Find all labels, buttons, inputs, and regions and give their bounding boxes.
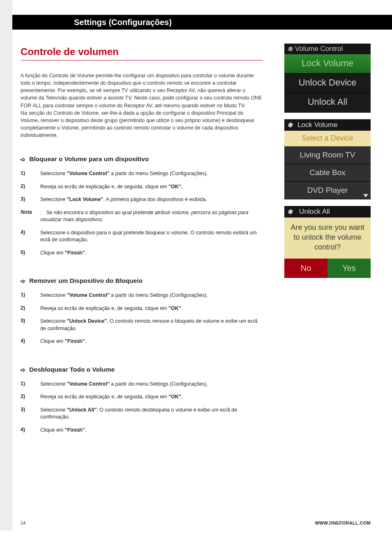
step-row: 1) Seleccione "Volume Control" a partir …: [21, 381, 263, 388]
arrow-right-icon: ➪: [21, 156, 26, 163]
step-text: Seleccione "Unlock All". O controlo remo…: [40, 407, 263, 421]
gear-icon: [288, 209, 293, 215]
step-number: 1): [21, 381, 40, 388]
confirm-button-row: No Yes: [284, 259, 371, 278]
arrow-right-icon: ➪: [21, 278, 26, 285]
menu-item-unlock-all[interactable]: Unlock All: [284, 93, 371, 112]
step-number: 4): [21, 338, 40, 345]
step-number: 2): [21, 393, 40, 401]
screenshot-lock-volume: Lock Volume Select a Device Living Room …: [284, 119, 371, 199]
step-text: Reveja os ecrãs de explicação e, de segu…: [40, 393, 263, 401]
step-number: 2): [21, 305, 40, 312]
device-item-cable-box[interactable]: Cable Box: [284, 164, 371, 182]
step-row: 1) Seleccione "Volume Control" a partir …: [21, 292, 263, 299]
page-title: Settings (Configurações): [74, 18, 172, 27]
step-number: 3): [21, 407, 40, 421]
note-text: : Se não encontra o dispositivo ao qual …: [40, 209, 263, 224]
arrow-right-icon: ➪: [21, 366, 26, 374]
screen-title: Lock Volume: [297, 121, 337, 129]
subsection-heading: ➪ Desbloquear Todo o Volume: [21, 366, 263, 373]
step-text: Reveja os ecrãs de explicação e, de segu…: [40, 183, 263, 191]
subsection-unlock-all: ➪ Desbloquear Todo o Volume 1) Seleccion…: [21, 366, 263, 434]
subsection-title: Bloquear o Volume para um dispositivo: [29, 155, 149, 162]
step-row: 2) Reveja os ecrãs de explicação e, de s…: [21, 393, 263, 401]
subsection-heading: ➪ Remover um Dispositivo do Bloqueio: [21, 277, 263, 284]
footer-url: WWW.ONEFORALL.COM: [315, 520, 371, 525]
screen-header: Unlock All: [284, 206, 371, 217]
confirm-text: Are you sure you want to unlock the volu…: [284, 217, 371, 259]
page-header-bar: Settings (Configurações): [12, 15, 392, 30]
note-label: Nota: [21, 209, 40, 224]
screenshot-volume-control: Volume Control Lock Volume Unlock Device…: [284, 44, 371, 113]
left-margin-strip: [0, 0, 12, 530]
step-text: Seleccione "Unlock Device". O controlo r…: [40, 318, 263, 332]
note-row: Nota : Se não encontra o dispositivo ao …: [21, 209, 263, 224]
step-number: 1): [21, 170, 40, 178]
screenshot-unlock-all: Unlock All Are you sure you want to unlo…: [284, 206, 371, 278]
yes-button[interactable]: Yes: [327, 259, 371, 278]
subsection-title: Desbloquear Todo o Volume: [29, 366, 115, 373]
step-row: 5) Clique em "Finish".: [21, 250, 263, 257]
subsection-heading: ➪ Bloquear o Volume para um dispositivo: [21, 155, 263, 163]
right-column-screenshots: Volume Control Lock Volume Unlock Device…: [284, 44, 371, 284]
step-number: 4): [21, 229, 40, 244]
step-number: 5): [21, 250, 40, 257]
subsection-lock-volume: ➪ Bloquear o Volume para um dispositivo …: [21, 155, 263, 257]
select-device-header: Select a Device: [284, 131, 371, 146]
step-row: 3) Seleccione "Unlock Device". O control…: [21, 318, 263, 332]
menu-item-lock-volume[interactable]: Lock Volume: [284, 54, 371, 74]
gear-icon: [288, 46, 293, 52]
step-row: 1) Seleccione "Volume Control" a partir …: [21, 170, 263, 178]
page-number: 14: [21, 520, 25, 525]
step-row: 3) Seleccione "Unlock All". O controlo r…: [21, 407, 263, 421]
step-text: Seleccione "Volume Control" a partir do …: [40, 170, 263, 178]
step-number: 3): [21, 196, 40, 204]
device-item-dvd-player[interactable]: DVD Player: [284, 182, 371, 199]
step-text: Seleccione "Volume Control" a partir do …: [40, 381, 263, 388]
step-text: Clique em "Finish".: [40, 338, 263, 345]
step-text: Clique em "Finish".: [40, 427, 263, 434]
step-number: 1): [21, 292, 40, 299]
step-number: 4): [21, 427, 40, 434]
step-text: Reveja os ecrãs de explicação e, de segu…: [40, 305, 263, 312]
step-text: Seleccione "Volume Control" a partir do …: [40, 292, 263, 299]
screen-header: Lock Volume: [284, 119, 371, 131]
step-number: 3): [21, 318, 40, 332]
subsection-remove-device: ➪ Remover um Dispositivo do Bloqueio 1) …: [21, 277, 263, 345]
screen-title: Volume Control: [295, 45, 343, 53]
step-row: 3) Seleccione "Lock Volume". A primeira …: [21, 196, 263, 204]
screen-title: Unlock All: [299, 208, 330, 216]
menu-item-unlock-device[interactable]: Unlock Device: [284, 74, 371, 93]
screen-header: Volume Control: [284, 44, 371, 54]
step-row: 4) Clique em "Finish".: [21, 338, 263, 345]
device-item-living-room-tv[interactable]: Living Room TV: [284, 146, 371, 164]
step-row: 4) Seleccione o dispositivo para o qual …: [21, 229, 263, 244]
subsection-title: Remover um Dispositivo do Bloqueio: [29, 277, 143, 284]
step-text: Seleccione "Lock Volume". A primeira pág…: [40, 196, 263, 204]
step-number: 2): [21, 183, 40, 191]
no-button[interactable]: No: [284, 259, 327, 278]
gear-icon: [288, 122, 293, 128]
step-text: Seleccione o dispositivo para o qual pre…: [40, 229, 263, 244]
page-footer: 14 WWW.ONEFORALL.COM: [21, 520, 371, 525]
step-row: 2) Reveja os ecrãs de explicação e, de s…: [21, 183, 263, 191]
step-row: 2) Reveja os ecrãs de explicação e, de s…: [21, 305, 263, 312]
content-column: Controle de volumen A função do Controlo…: [21, 46, 263, 454]
section-title: Controle de volumen: [21, 46, 263, 60]
intro-paragraph: A função do Controlo de Volume permite-l…: [21, 72, 263, 139]
step-text: Clique em "Finish".: [40, 250, 263, 257]
step-row: 4) Clique em "Finish".: [21, 427, 263, 434]
